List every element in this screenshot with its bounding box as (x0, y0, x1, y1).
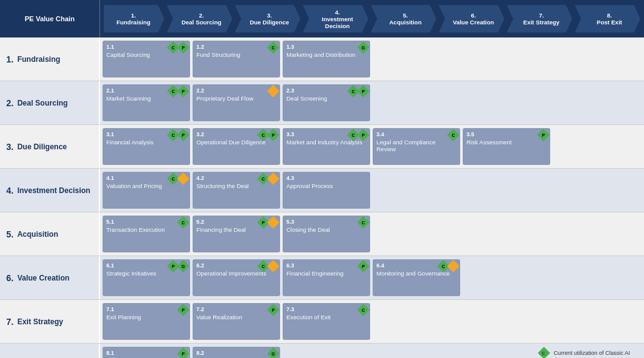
cell-2.3: 2.3Deal ScreeningCP (283, 84, 370, 121)
row-3: 3.Due Diligence3.1Financial AnalysisCP3.… (0, 125, 644, 169)
cell-1.1: 1.1Capital SourcingCP (103, 41, 190, 77)
cell-6.3: 6.3Financial EngineeringP (283, 259, 370, 296)
badge-P: P (357, 85, 370, 97)
badge-C: C (177, 216, 189, 229)
cell-3.5: 3.5Risk AssessmentP (463, 128, 550, 165)
header-row: PE Value Chain 1.Fundraising2.Deal Sourc… (0, 0, 644, 37)
cell-2.1: 2.1Market ScanningCP (103, 84, 190, 121)
body-rows: 1.Fundraising1.1Capital SourcingCP1.2Fun… (0, 37, 644, 358)
cell-5.1: 5.1Transaction ExecutionC (103, 216, 190, 252)
badge-P: P (267, 304, 279, 316)
row-label-6: 6.Value Creation (0, 256, 100, 299)
cell-8.1: 8.1Performance ReviewP (103, 347, 190, 358)
cell-3.4: 3.4Legal and Compliance ReviewC (373, 128, 460, 165)
row-1: 1.Fundraising1.1Capital SourcingCP1.2Fun… (0, 37, 644, 81)
badge-orange (267, 260, 279, 272)
row-label-4: 4.Investment Decision (0, 169, 100, 212)
header-step-8: 8.Post Exit (575, 5, 640, 32)
badge-C: C (447, 129, 460, 141)
header-label-text: PE Value Chain (24, 15, 74, 22)
badge-orange (177, 172, 189, 185)
main-container: PE Value Chain 1.Fundraising2.Deal Sourc… (0, 0, 644, 358)
badge-P: P (357, 129, 370, 141)
cell-3.2: 3.2Operational Due DiligenceCP (193, 128, 280, 165)
row-5: 5.Acquisition5.1Transaction ExecutionC5.… (0, 212, 644, 256)
badge-orange (267, 172, 279, 185)
badge-G: G (267, 347, 279, 358)
cell-1.3: 1.3Marketing and DistributionG (283, 41, 370, 77)
row-label-7: 7.Exit Strategy (0, 300, 100, 343)
row-label-3: 3.Due Diligence (0, 125, 100, 168)
cell-4.2: 4.2Structuring the DealC (193, 172, 280, 209)
badge-P: P (357, 260, 370, 272)
row-cells-4: 4.1Valuation and PricingC4.2Structuring … (100, 169, 644, 212)
row-cells-8: 8.1Performance ReviewP8.2Reporting to In… (100, 344, 532, 358)
cell-6.1: 6.1Strategic InitiativesPG (103, 259, 190, 296)
row-cells-1: 1.1Capital SourcingCP1.2Fund Structuring… (100, 37, 644, 81)
row-8: 8.Post Exit8.1Performance ReviewP8.2Repo… (0, 344, 644, 358)
row-label-5: 5.Acquisition (0, 212, 100, 256)
badge-G: G (357, 41, 370, 54)
badge-P: P (177, 85, 189, 97)
header-label: PE Value Chain (0, 0, 100, 37)
badge-P: P (177, 129, 189, 141)
cell-3.1: 3.1Financial AnalysisCP (103, 128, 190, 165)
cell-4.3: 4.3Approval Process (283, 172, 370, 209)
cell-5.3: 5.3Closing the DealC (283, 216, 370, 252)
header-step-5: 5.Acquisition (371, 5, 436, 32)
badge-P: P (177, 41, 189, 54)
cell-5.2: 5.2Financing the DealP (193, 216, 280, 252)
badge-P: P (537, 129, 550, 141)
row-2: 2.Deal Sourcing2.1Market ScanningCP2.2Pr… (0, 81, 644, 125)
badge-P: P (177, 304, 189, 316)
row-7: 7.Exit Strategy7.1Exit PlanningP7.2Value… (0, 300, 644, 344)
badge-orange (267, 85, 279, 97)
row-label-2: 2.Deal Sourcing (0, 81, 100, 124)
header-step-6: 6.Value Creation (439, 5, 505, 32)
cell-3.3: 3.3Market and Industry AnalysisCP (283, 128, 370, 165)
header-steps: 1.Fundraising2.Deal Sourcing3.Due Dilige… (100, 0, 644, 37)
cell-7.3: 7.3Execution of ExitC (283, 303, 370, 340)
row-cells-6: 6.1Strategic InitiativesPG6.2Operational… (100, 256, 644, 299)
row-cells-2: 2.1Market ScanningCP2.2Proprietary Deal … (100, 81, 644, 124)
legend: CCurrent utilization of Classic AIPCurre… (532, 344, 644, 358)
row-label-8: 8.Post Exit (0, 344, 100, 358)
header-step-4: 4.Investment Decision (303, 5, 368, 32)
cell-6.2: 6.2Operational ImprovementsC (193, 259, 280, 296)
header-step-7: 7.Exit Strategy (507, 5, 573, 32)
row-6: 6.Value Creation6.1Strategic Initiatives… (0, 256, 644, 300)
badge-orange (267, 216, 279, 229)
header-step-2: 2.Deal Sourcing (167, 5, 233, 32)
row-cells-3: 3.1Financial AnalysisCP3.2Operational Du… (100, 125, 644, 168)
cell-8.2: 8.2Reporting to InvestorsG (193, 347, 280, 358)
legend-item-C: CCurrent utilization of Classic AI (540, 349, 636, 357)
header-step-1: 1.Fundraising (104, 5, 164, 32)
header-step-3: 3.Due Diligence (235, 5, 301, 32)
badge-C: C (357, 216, 370, 229)
row-label-1: 1.Fundraising (0, 37, 100, 81)
cell-6.4: 6.4Monitoring and GovernanceC (373, 259, 460, 296)
badge-orange (447, 260, 460, 272)
cell-7.1: 7.1Exit PlanningP (103, 303, 190, 340)
cell-1.2: 1.2Fund StructuringC (193, 41, 280, 77)
cell-2.2: 2.2Proprietary Deal Flow (193, 84, 280, 121)
badge-G: G (177, 260, 189, 272)
cell-4.1: 4.1Valuation and PricingC (103, 172, 190, 209)
badge-P: P (267, 129, 279, 141)
badge-C: C (267, 41, 279, 54)
badge-C: C (357, 304, 370, 316)
row-cells-5: 5.1Transaction ExecutionC5.2Financing th… (100, 212, 644, 256)
row-cells-7: 7.1Exit PlanningP7.2Value RealizationP7.… (100, 300, 644, 343)
row-4: 4.Investment Decision4.1Valuation and Pr… (0, 169, 644, 212)
badge-P: P (177, 347, 189, 358)
legend-label: Current utilization of Classic AI (553, 350, 630, 356)
cell-7.2: 7.2Value RealizationP (193, 303, 280, 340)
